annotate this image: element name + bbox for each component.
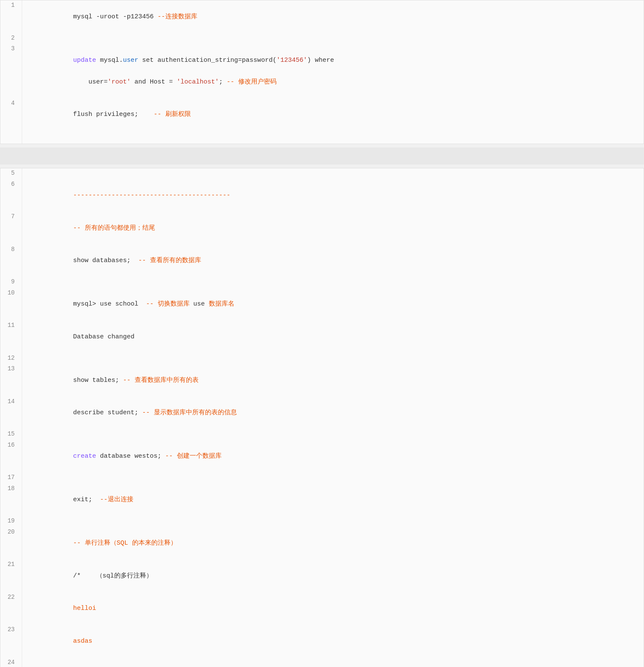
code-comment: -- 修改用户密码	[227, 78, 277, 86]
line-code: mysql> use school -- 切换数据库 use 数据库名	[22, 288, 644, 321]
code-comment: -- 切换数据库	[146, 300, 193, 308]
table-row: 12	[0, 353, 644, 364]
line-number: 15	[0, 429, 22, 440]
table-row: 18 exit; --退出连接	[0, 484, 644, 517]
line-number: 10	[0, 288, 22, 321]
line-code	[22, 168, 644, 179]
line-number: 16	[0, 440, 22, 473]
table-row: 7 -- 所有的语句都使用；结尾	[0, 212, 644, 245]
code-text: user=	[73, 78, 108, 86]
line-code: show tables; -- 查看数据库中所有的表	[22, 364, 644, 397]
code-string: 'root'	[108, 78, 131, 86]
code-text: set authentication_string=password(	[139, 57, 277, 64]
line-code	[22, 429, 644, 440]
code-text: mysql -uroot -p123456	[73, 13, 158, 20]
table-row: 13 show tables; -- 查看数据库中所有的表	[0, 364, 644, 397]
table-row	[0, 131, 644, 144]
line-number: 4	[0, 98, 22, 131]
code-comment: -- 显示数据库中所有的表的信息	[142, 409, 237, 416]
line-code: Database changed	[22, 321, 644, 353]
line-number: 22	[0, 592, 22, 625]
code-text: mysql.	[96, 57, 123, 64]
line-number: 21	[0, 560, 22, 592]
line-code	[22, 516, 644, 527]
line-code: describe student; -- 显示数据库中所有的表的信息	[22, 397, 644, 430]
line-number: 24	[0, 658, 22, 667]
code-comment: -- 查看数据库中所有的表	[123, 377, 199, 384]
table-row: 16 create database westos; -- 创建一个数据库	[0, 440, 644, 473]
table-row: 2	[0, 33, 644, 44]
code-comment: --退出连接	[100, 496, 133, 503]
table-row: 9	[0, 277, 644, 288]
table-row: 24 dasdas	[0, 658, 644, 667]
line-number: 11	[0, 321, 22, 353]
code-table-1: 1 mysql -uroot -p123456 --连接数据库 2 3 upda…	[0, 0, 644, 144]
table-row: 23 asdas	[0, 625, 644, 658]
line-number: 23	[0, 625, 22, 658]
line-code: -- 单行注释（SQL 的本来的注释）	[22, 527, 644, 560]
line-code	[22, 473, 644, 484]
code-text: ;	[219, 78, 227, 86]
code-table-2: 5 6 ------------------------------------…	[0, 168, 644, 667]
code-keyword: update	[73, 57, 96, 64]
table-row: 19	[0, 516, 644, 527]
code-string: 'localhost'	[177, 78, 219, 86]
code-comment: ----------------------------------------…	[73, 192, 231, 199]
code-text: and Host =	[131, 78, 177, 86]
line-number: 9	[0, 277, 22, 288]
line-number: 6	[0, 179, 22, 212]
table-row: 21 /* （sql的多行注释）	[0, 560, 644, 592]
line-number: 20	[0, 527, 22, 560]
line-code: update mysql.user set authentication_str…	[22, 44, 644, 98]
code-comment: 数据库名	[205, 300, 234, 308]
code-text: show databases;	[73, 257, 139, 264]
line-code: mysql -uroot -p123456 --连接数据库	[22, 0, 644, 33]
line-code: ----------------------------------------…	[22, 179, 644, 212]
line-code: helloi	[22, 592, 644, 625]
table-row: 15	[0, 429, 644, 440]
table-row: 17	[0, 473, 644, 484]
line-number: 7	[0, 212, 22, 245]
code-text: describe student;	[73, 409, 142, 416]
code-comment: helloi	[73, 605, 96, 612]
code-text: show tables;	[73, 377, 123, 384]
line-number: 8	[0, 245, 22, 277]
code-comment: -- 查看所有的数据库	[139, 257, 201, 264]
line-code: -- 所有的语句都使用；结尾	[22, 212, 644, 245]
table-row: 8 show databases; -- 查看所有的数据库	[0, 245, 644, 277]
code-string: '123456'	[277, 57, 307, 64]
table-row: 4 flush privileges; -- 刷新权限	[0, 98, 644, 131]
code-text: user	[123, 57, 139, 64]
code-text: exit;	[73, 496, 100, 503]
line-code	[22, 33, 644, 44]
code-where: where	[315, 57, 334, 64]
line-code: dasdas	[22, 658, 644, 667]
code-comment: -- 创建一个数据库	[165, 453, 222, 460]
code-keyword: create	[73, 453, 96, 460]
line-number: 18	[0, 484, 22, 517]
line-code: /* （sql的多行注释）	[22, 560, 644, 592]
table-row: 1 mysql -uroot -p123456 --连接数据库	[0, 0, 644, 33]
line-number: 5	[0, 168, 22, 179]
line-number: 19	[0, 516, 22, 527]
line-code: asdas	[22, 625, 644, 658]
code-text: /* （sql的多行注释）	[73, 572, 153, 580]
line-code: show databases; -- 查看所有的数据库	[22, 245, 644, 277]
line-number: 3	[0, 44, 22, 98]
code-comment: asdas	[73, 638, 92, 645]
line-number: 1	[0, 0, 22, 33]
line-number: 13	[0, 364, 22, 397]
code-comment: --连接数据库	[158, 13, 197, 20]
table-row: 5	[0, 168, 644, 179]
code-comment: -- 所有的语句都使用；结尾	[73, 225, 155, 232]
code-text: Database changed	[73, 333, 135, 341]
line-number: 17	[0, 473, 22, 484]
code-comment: -- 单行注释（SQL 的本来的注释）	[73, 540, 177, 547]
line-code: flush privileges; -- 刷新权限	[22, 98, 644, 131]
line-number: 2	[0, 33, 22, 44]
code-block-1: 1 mysql -uroot -p123456 --连接数据库 2 3 upda…	[0, 0, 644, 144]
table-row: 11 Database changed	[0, 321, 644, 353]
line-number: 14	[0, 397, 22, 430]
line-code	[22, 353, 644, 364]
code-text: )	[307, 57, 315, 64]
